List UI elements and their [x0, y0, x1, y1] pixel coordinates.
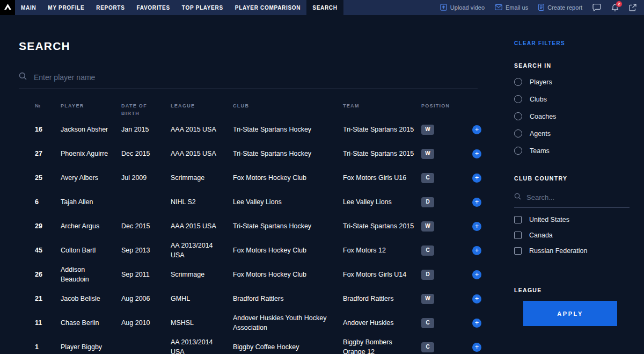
position-badge: W	[421, 294, 434, 304]
row-player-name[interactable]: Chase Berlin	[61, 318, 121, 328]
checkbox-icon[interactable]	[514, 216, 522, 223]
row-jersey-number: 27	[35, 149, 61, 158]
search-in-title: SEARCH IN	[514, 62, 630, 69]
radio-button-icon[interactable]	[514, 147, 522, 155]
position-badge: W	[421, 221, 434, 232]
topnav-item[interactable]: SEARCH	[306, 0, 343, 15]
row-player-name[interactable]: Addison Beaudoin	[61, 265, 121, 284]
search-in-option[interactable]: Agents	[514, 129, 630, 138]
create-report-button[interactable]: Create report	[538, 4, 582, 12]
row-date-of-birth: Sep 2013	[121, 245, 171, 255]
radio-button-icon[interactable]	[514, 95, 522, 103]
share-export-icon[interactable]	[629, 4, 636, 11]
row-player-name[interactable]: Phoenix Aguirre	[61, 149, 121, 158]
table-row: 1 Player Biggby AA 2013/2014 USA Biggby …	[19, 335, 494, 354]
row-date-of-birth: Dec 2015	[121, 149, 171, 158]
player-search-input[interactable]	[34, 73, 478, 82]
row-league: Scrimmage	[171, 270, 233, 279]
country-option[interactable]: United States	[514, 216, 630, 223]
plus-icon: +	[475, 319, 479, 326]
column-header-label: Position	[421, 103, 450, 109]
topnav-item[interactable]: TOP PLAYERS	[176, 0, 229, 15]
clear-filters-link[interactable]: CLEAR FILTERS	[514, 40, 630, 46]
topnav-item[interactable]: PLAYER COMPARISON	[229, 0, 306, 15]
plus-icon: +	[475, 222, 479, 229]
topbar-actions: Upload video Email us Create report 2	[440, 0, 644, 15]
search-in-option[interactable]: Teams	[514, 147, 630, 155]
search-results-panel: SEARCH № Player Date of birth	[0, 15, 494, 354]
country-option-label: Canada	[529, 232, 553, 239]
topnav-item[interactable]: REPORTS	[90, 0, 130, 15]
table-row: 26 Addison Beaudoin Sep 2011 Scrimmage F…	[19, 263, 494, 287]
search-in-option[interactable]: Clubs	[514, 95, 630, 103]
column-header: Club	[233, 102, 343, 110]
topnav-item[interactable]: FAVORITES	[131, 0, 176, 15]
add-player-button[interactable]: +	[472, 319, 481, 328]
upload-video-button[interactable]: Upload video	[440, 4, 485, 12]
radio-button-icon[interactable]	[514, 129, 522, 138]
row-team: Lee Valley Lions	[343, 197, 421, 207]
table-row: 29 Archer Argus Dec 2015 AAA 2015 USA Tr…	[19, 214, 494, 239]
add-player-button[interactable]: +	[472, 270, 481, 279]
add-player-button[interactable]: +	[472, 198, 481, 207]
search-in-option-label: Coaches	[530, 113, 556, 120]
add-player-button[interactable]: +	[472, 149, 481, 158]
notifications-bell-icon[interactable]: 2	[611, 4, 619, 12]
add-player-button[interactable]: +	[472, 222, 481, 231]
table-row: 25 Avery Albers Jul 2009 Scrimmage Fox M…	[19, 166, 494, 190]
app-logo[interactable]	[0, 0, 15, 15]
radio-button-icon[interactable]	[514, 78, 522, 86]
column-header: Date of birth	[121, 102, 171, 118]
row-team: Biggby Bombers Orange 12	[343, 337, 421, 354]
topnav-item[interactable]: MY PROFILE	[42, 0, 90, 15]
search-in-options: Players Clubs Coaches Agents	[514, 78, 630, 155]
topnav-item[interactable]: MAIN	[15, 0, 42, 15]
email-us-button[interactable]: Email us	[495, 4, 528, 11]
search-in-option-label: Clubs	[530, 96, 547, 103]
upload-video-label: Upload video	[450, 4, 485, 11]
radio-button-icon[interactable]	[514, 112, 522, 120]
add-player-button[interactable]: +	[472, 246, 481, 255]
add-player-button[interactable]: +	[472, 174, 481, 183]
row-player-name[interactable]: Jackson Absher	[61, 125, 121, 134]
apply-filters-button[interactable]: APPLY	[523, 301, 617, 326]
column-header: Position	[421, 102, 460, 110]
row-player-name[interactable]: Avery Albers	[61, 173, 121, 183]
row-club: Fox Motors Hockey Club	[233, 173, 343, 183]
add-player-button[interactable]: +	[472, 294, 481, 304]
row-jersey-number: 45	[35, 245, 61, 255]
country-option[interactable]: Russian Federation	[514, 247, 630, 255]
checkbox-icon[interactable]	[514, 232, 522, 239]
row-date-of-birth: Dec 2015	[121, 221, 171, 231]
row-player-name[interactable]: Archer Argus	[61, 221, 121, 231]
row-jersey-number: 25	[35, 173, 61, 183]
row-player-name[interactable]: Player Biggby	[61, 342, 121, 352]
topnav-item-label: SEARCH	[312, 5, 337, 11]
column-header: League	[171, 102, 233, 110]
checkbox-icon[interactable]	[514, 247, 522, 255]
row-player-name[interactable]: Colton Bartl	[61, 245, 121, 255]
country-search-input[interactable]	[526, 193, 630, 201]
search-in-option[interactable]: Coaches	[514, 112, 630, 120]
column-header-label: №	[35, 103, 41, 109]
row-club: Fox Motors Hockey Club	[233, 245, 343, 255]
topnav-items: MAIN MY PROFILE REPORTS FAVORITES TOP PL…	[15, 0, 343, 15]
add-player-button[interactable]: +	[472, 125, 481, 134]
row-club: Andover Huskies Youth Hockey Association	[233, 313, 343, 333]
email-us-label: Email us	[506, 4, 528, 11]
row-player-name[interactable]: Tajah Allen	[61, 197, 121, 207]
table-row: 11 Chase Berlin Aug 2010 MSHSL Andover H…	[19, 311, 494, 335]
plus-icon: +	[475, 150, 479, 157]
position-badge: C	[421, 245, 434, 256]
add-player-button[interactable]: +	[472, 343, 481, 352]
chat-icon[interactable]	[592, 4, 601, 11]
position-badge: C	[421, 173, 434, 183]
row-club: Bradford Rattlers	[233, 294, 343, 304]
search-in-option[interactable]: Players	[514, 78, 630, 86]
row-league: AAA 2015 USA	[171, 125, 233, 134]
column-header-label: Date of birth	[121, 103, 147, 116]
country-option[interactable]: Canada	[514, 232, 630, 239]
row-player-name[interactable]: Jacob Belisle	[61, 294, 121, 304]
row-jersey-number: 26	[35, 270, 61, 279]
position-badge: D	[421, 270, 434, 280]
